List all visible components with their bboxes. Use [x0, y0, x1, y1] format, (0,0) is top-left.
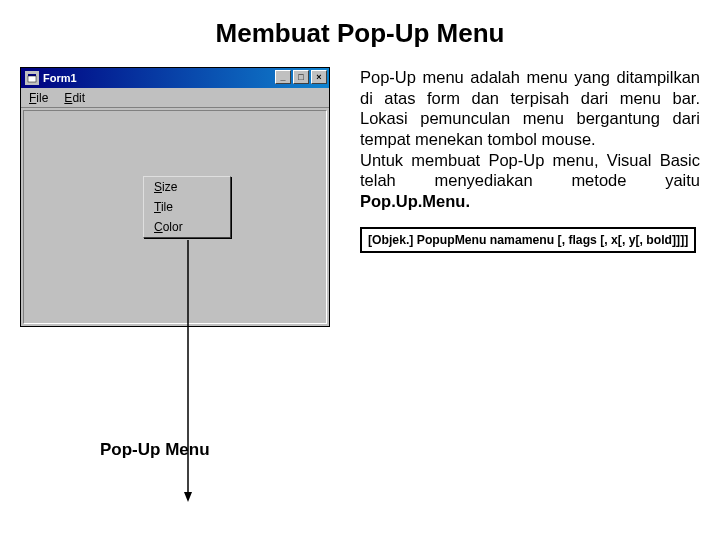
svg-rect-1 — [28, 74, 36, 76]
popup-item-size[interactable]: Size — [144, 177, 230, 197]
left-column: Form1 _ □ × File Edit Size Tile Color — [20, 67, 350, 327]
menu-file-rest: ile — [36, 91, 48, 105]
svg-rect-2 — [28, 76, 36, 82]
desc-p1: Pop-Up menu adalah menu yang ditampilkan… — [360, 68, 700, 148]
menubar: File Edit — [21, 88, 329, 108]
desc-p2b: Pop.Up.Menu. — [360, 192, 470, 210]
menu-file[interactable]: File — [21, 89, 56, 107]
minimize-button[interactable]: _ — [275, 70, 291, 84]
content-row: Form1 _ □ × File Edit Size Tile Color — [0, 67, 720, 327]
page-title: Membuat Pop-Up Menu — [0, 18, 720, 49]
popup-color-rest: olor — [163, 220, 183, 234]
menu-edit[interactable]: Edit — [56, 89, 93, 107]
close-button[interactable]: × — [311, 70, 327, 84]
popup-item-color[interactable]: Color — [144, 217, 230, 237]
desc-p2a: Untuk membuat Pop-Up menu, Visual Basic … — [360, 151, 700, 190]
popup-size-mnemonic: S — [154, 180, 162, 194]
menu-edit-rest: dit — [72, 91, 85, 105]
popup-item-tile[interactable]: Tile — [144, 197, 230, 217]
vb-window: Form1 _ □ × File Edit Size Tile Color — [20, 67, 330, 327]
form-icon — [25, 71, 39, 85]
popup-tile-mnemonic: T — [154, 200, 161, 214]
svg-marker-4 — [184, 492, 192, 502]
popup-color-mnemonic: C — [154, 220, 163, 234]
titlebar-text: Form1 — [43, 72, 77, 84]
maximize-button[interactable]: □ — [293, 70, 309, 84]
description-text: Pop-Up menu adalah menu yang ditampilkan… — [360, 67, 700, 211]
popup-menu: Size Tile Color — [143, 176, 231, 238]
right-column: Pop-Up menu adalah menu yang ditampilkan… — [350, 67, 700, 327]
popup-size-rest: ize — [162, 180, 177, 194]
titlebar: Form1 _ □ × — [21, 68, 329, 88]
popup-tile-rest: ile — [161, 200, 173, 214]
syntax-box: [Objek.] PopupMenu namamenu [, flags [, … — [360, 227, 696, 253]
popup-menu-label: Pop-Up Menu — [100, 440, 210, 460]
titlebar-buttons: _ □ × — [273, 70, 327, 84]
